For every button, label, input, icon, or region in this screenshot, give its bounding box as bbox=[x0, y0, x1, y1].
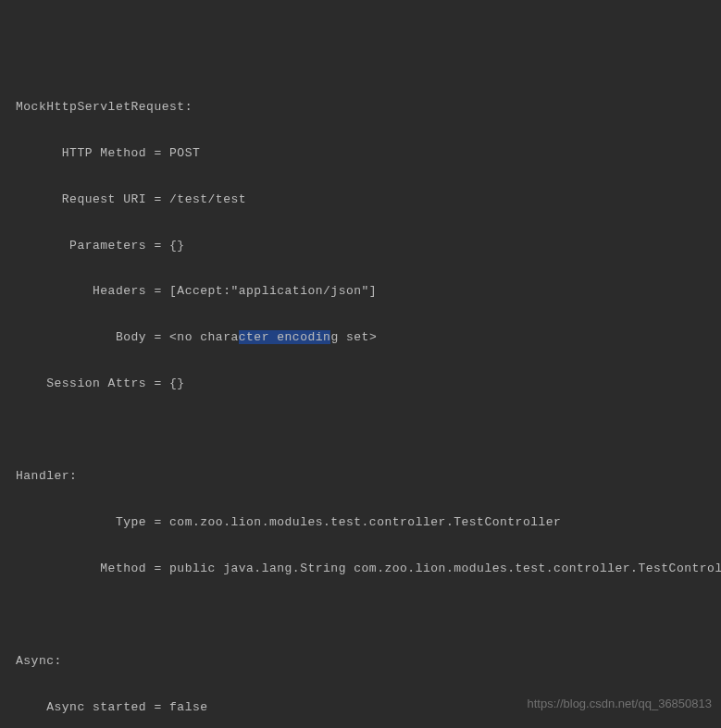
log-line-handler-method: Method = public java.lang.String com.zoo… bbox=[0, 558, 721, 581]
watermark-text: https://blog.csdn.net/qq_36850813 bbox=[528, 693, 713, 716]
value: POST bbox=[169, 146, 200, 160]
value: {} bbox=[169, 376, 185, 390]
log-line-blank bbox=[0, 419, 721, 442]
text: Async: bbox=[16, 654, 62, 668]
text: MockHttpServletRequest: bbox=[16, 100, 193, 114]
value: {} bbox=[169, 239, 185, 253]
value-highlight: cter encodin bbox=[239, 330, 331, 344]
label: Async started = bbox=[16, 700, 169, 714]
log-line-handler-type: Type = com.zoo.lion.modules.test.control… bbox=[0, 512, 721, 535]
log-line-request-uri: Request URI = /test/test bbox=[0, 189, 721, 212]
log-line-body: Body = <no character encoding set> bbox=[0, 327, 721, 350]
label: Body = bbox=[16, 330, 169, 344]
label: Parameters = bbox=[16, 239, 169, 253]
value: [Accept:"application/json"] bbox=[169, 284, 377, 298]
log-line-request-header: MockHttpServletRequest: bbox=[0, 96, 721, 119]
text: Handler: bbox=[16, 469, 77, 483]
label: Type = bbox=[16, 515, 169, 529]
value: false bbox=[169, 700, 208, 714]
value: com.zoo.lion.modules.test.controller.Tes… bbox=[169, 515, 561, 529]
log-line-headers: Headers = [Accept:"application/json"] bbox=[0, 280, 721, 303]
value-pre: <no chara bbox=[169, 330, 239, 344]
value: /test/test bbox=[169, 192, 246, 206]
log-line-parameters: Parameters = {} bbox=[0, 235, 721, 258]
label: Headers = bbox=[16, 284, 169, 298]
value-post: g set> bbox=[330, 330, 377, 344]
log-line-session-attrs: Session Attrs = {} bbox=[0, 373, 721, 396]
log-line-blank bbox=[0, 604, 721, 627]
label: Method = bbox=[16, 561, 169, 575]
log-line-handler-header: Handler: bbox=[0, 465, 721, 488]
label: Request URI = bbox=[16, 192, 169, 206]
label: HTTP Method = bbox=[16, 146, 169, 160]
label: Session Attrs = bbox=[16, 376, 169, 390]
log-line-async-header: Async: bbox=[0, 650, 721, 673]
log-line-http-method: HTTP Method = POST bbox=[0, 142, 721, 166]
value: public java.lang.String com.zoo.lion.mod… bbox=[169, 561, 721, 575]
